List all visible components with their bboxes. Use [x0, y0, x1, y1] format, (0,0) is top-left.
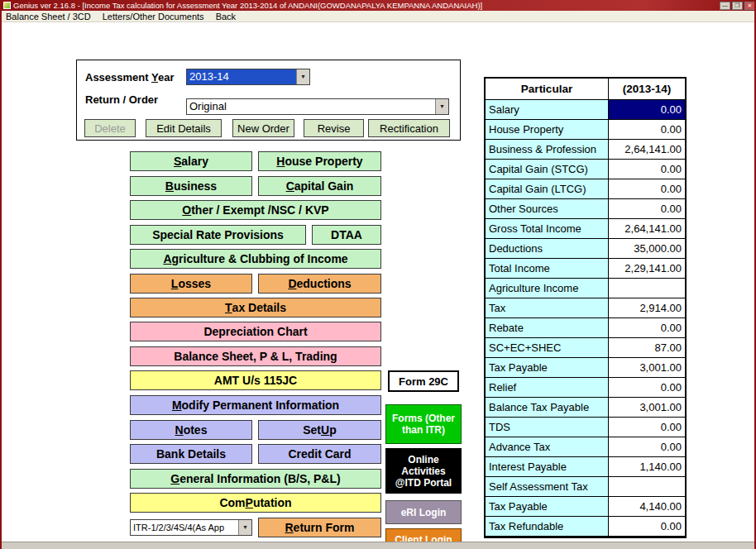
bank-details-button[interactable]: Bank Details [130, 444, 252, 464]
minimize-button[interactable]: — [720, 2, 730, 10]
other-exempt-nsc-kvp-button[interactable]: Other / Exempt /NSC / KVP [130, 200, 381, 220]
dtaa-button[interactable]: DTAA [312, 225, 381, 245]
setup-button[interactable]: SetUp [258, 420, 381, 440]
header-year: (2013-14) [609, 79, 685, 100]
value-cell[interactable] [609, 477, 685, 497]
table-row: Agriculture Income [486, 279, 685, 298]
deductions-button[interactable]: Deductions [258, 274, 381, 294]
particular-cell[interactable]: Gross Total Income [486, 219, 609, 239]
depreciation-chart-button[interactable]: Depreciation Chart [130, 322, 381, 341]
particular-cell[interactable]: Capital Gain (STCG) [486, 160, 609, 179]
particular-cell[interactable]: Self Assessment Tax [486, 477, 609, 497]
maximize-button[interactable]: ❐ [732, 2, 743, 10]
edit-details-button[interactable]: Edit Details [146, 119, 222, 137]
house-property-button[interactable]: House Property [258, 151, 381, 171]
losses-button[interactable]: Losses [130, 274, 252, 294]
value-cell[interactable]: 2,64,141.00 [609, 219, 685, 239]
value-cell[interactable]: 0.00 [609, 100, 685, 120]
particular-cell[interactable]: Tax Payable [486, 358, 609, 378]
return-order-select[interactable]: Original ▼ [186, 98, 449, 115]
value-cell[interactable]: 2,29,141.00 [609, 259, 685, 279]
particular-cell[interactable]: Tax Refundable [486, 517, 609, 537]
notes-button[interactable]: Notes [130, 420, 252, 440]
form-29c-button[interactable]: Form 29C [388, 370, 459, 392]
itr-form-select[interactable]: ITR-1/2/3/4S/4(As App ▼ [130, 519, 252, 536]
particular-cell[interactable]: Tax Payable [486, 497, 609, 517]
value-cell[interactable]: 0.00 [609, 120, 685, 140]
value-cell[interactable]: 0.00 [609, 378, 685, 398]
particular-cell[interactable]: Interest Payable [486, 457, 609, 477]
computation-button[interactable]: ComPutation [130, 493, 381, 513]
assessment-year-select[interactable]: 2013-14 ▼ [186, 69, 310, 85]
table-row: Tax Payable 4,140.00 [486, 497, 685, 517]
value-cell[interactable]: 2,914.00 [609, 298, 685, 318]
chevron-down-icon[interactable]: ▼ [296, 69, 309, 84]
particular-cell[interactable]: Business & Profession [486, 140, 609, 160]
value-cell[interactable]: 0.00 [609, 160, 685, 179]
balance-sheet-pl-trading-button[interactable]: Balance Sheet, P & L, Trading [130, 346, 381, 366]
value-cell[interactable]: 2,64,141.00 [609, 140, 685, 160]
app-window: Genius ver 2.16.8 - [Income Tax calculat… [0, 0, 756, 549]
value-cell[interactable]: 3,001.00 [609, 398, 685, 418]
online-activities-itd-portal-button[interactable]: Online Activities @ITD Portal [385, 448, 462, 494]
chevron-down-icon[interactable]: ▼ [238, 520, 251, 535]
particular-cell[interactable]: Relief [486, 378, 609, 398]
table-row: Rebate 0.00 [486, 318, 685, 338]
particular-cell[interactable]: Advance Tax [486, 437, 609, 457]
particular-cell[interactable]: Deductions [486, 239, 609, 259]
table-row: Advance Tax 0.00 [486, 437, 685, 457]
particular-cell[interactable]: Rebate [486, 318, 609, 338]
value-cell[interactable]: 3,001.00 [609, 358, 685, 378]
value-cell[interactable]: 0.00 [609, 179, 685, 199]
menu-balance-sheet-3cd[interactable]: Balance Sheet / 3CD [6, 12, 91, 21]
particular-cell[interactable]: TDS [486, 418, 609, 437]
value-cell[interactable]: 0.00 [609, 517, 685, 537]
amt-115jc-button[interactable]: AMT U/s 115JC [130, 370, 381, 390]
table-row: TDS 0.00 [486, 418, 685, 437]
value-cell[interactable] [609, 279, 685, 298]
value-cell[interactable]: 0.00 [609, 199, 685, 219]
new-order-button[interactable]: New Order [232, 119, 294, 137]
credit-card-button[interactable]: Credit Card [258, 444, 381, 464]
chevron-down-icon[interactable]: ▼ [435, 99, 448, 114]
table-row: Total Income 2,29,141.00 [486, 259, 685, 279]
menu-bar: Balance Sheet / 3CD Letters/Other Docume… [2, 11, 756, 22]
return-selector-panel: Assessment Year 2013-14 ▼ Return / Order… [76, 60, 461, 141]
rectification-button[interactable]: Rectification [368, 119, 450, 137]
value-cell[interactable]: 0.00 [609, 437, 685, 457]
tax-details-button[interactable]: Tax Details [130, 298, 381, 317]
modify-permanent-information-button[interactable]: Modify Permanent Information [130, 395, 381, 415]
value-cell[interactable]: 87.00 [609, 338, 685, 358]
particular-cell[interactable]: Balance Tax Payable [486, 398, 609, 418]
value-cell[interactable]: 4,140.00 [609, 497, 685, 517]
menu-letters-other-documents[interactable]: Letters/Other Documents [103, 12, 204, 21]
value-cell[interactable]: 0.00 [609, 418, 685, 437]
menu-back[interactable]: Back [216, 12, 236, 21]
close-button[interactable]: ✕ [744, 2, 755, 10]
delete-button[interactable]: Delete [84, 119, 136, 137]
eri-login-button[interactable]: eRI Login [385, 500, 462, 524]
revise-button[interactable]: Revise [304, 119, 364, 137]
particular-cell[interactable]: Tax [486, 298, 609, 318]
value-cell[interactable]: 0.00 [609, 318, 685, 338]
table-row: Self Assessment Tax [486, 477, 685, 497]
business-button[interactable]: Business [130, 176, 252, 196]
general-information-button[interactable]: General Information (B/S, P&L) [130, 469, 381, 489]
particular-cell[interactable]: Total Income [486, 259, 609, 279]
particular-cell[interactable]: Other Sources [486, 199, 609, 219]
agriculture-clubbing-button[interactable]: Agriculture & Clubbing of Income [130, 249, 381, 269]
return-order-label: Return / Order [85, 93, 158, 106]
salary-button[interactable]: Salary [130, 151, 252, 171]
value-cell[interactable]: 1,140.00 [609, 457, 685, 477]
particular-cell[interactable]: Capital Gain (LTCG) [486, 179, 609, 199]
capital-gain-button[interactable]: Capital Gain [258, 176, 381, 196]
particular-cell[interactable]: Salary [486, 100, 609, 120]
special-rate-provisions-button[interactable]: Special Rate Provisions [130, 225, 306, 245]
particular-cell[interactable]: House Property [486, 120, 609, 140]
app-icon [3, 2, 11, 9]
return-form-button[interactable]: Return Form [258, 518, 381, 537]
forms-other-than-itr-button[interactable]: Forms (Other than ITR) [385, 404, 462, 444]
particular-cell[interactable]: SC+EC+SHEC [486, 338, 609, 358]
particular-cell[interactable]: Agriculture Income [486, 279, 609, 298]
value-cell[interactable]: 35,000.00 [609, 239, 685, 259]
